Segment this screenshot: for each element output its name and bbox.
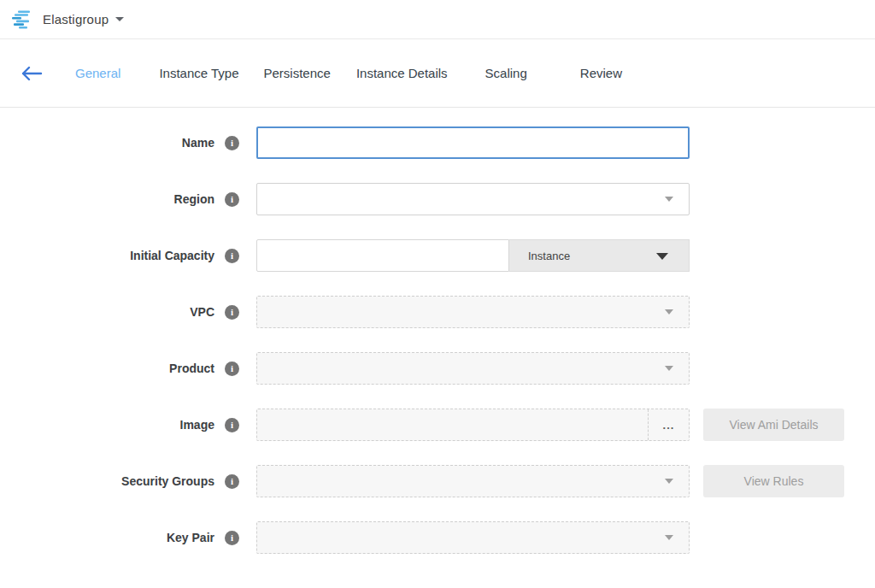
wizard-tabs: General Instance Type Persistence Instan…	[75, 66, 622, 80]
info-icon[interactable]: i	[225, 136, 239, 150]
image-input-disabled: ...	[256, 409, 690, 441]
vpc-label: VPC	[190, 305, 214, 319]
info-icon[interactable]: i	[225, 305, 239, 320]
name-row: Name i	[0, 126, 875, 159]
app-switcher-label[interactable]: Elastigroup	[43, 12, 109, 26]
key-pair-select	[256, 521, 690, 554]
arrow-left-icon	[19, 64, 43, 83]
chevron-down-icon	[665, 479, 673, 484]
key-pair-label: Key Pair	[167, 531, 214, 544]
general-settings-form: Name i Region i Initial Capacity i Inst	[0, 108, 875, 554]
region-select[interactable]	[256, 183, 690, 215]
info-icon[interactable]: i	[225, 249, 239, 263]
image-value	[257, 409, 648, 440]
name-input[interactable]	[256, 126, 690, 159]
elastigroup-logo-icon	[12, 10, 34, 29]
name-label: Name	[182, 136, 214, 150]
info-icon[interactable]: i	[225, 362, 239, 376]
back-button[interactable]	[12, 64, 50, 83]
product-select	[256, 352, 690, 385]
image-browse-button[interactable]: ...	[648, 409, 689, 440]
vpc-row: VPC i	[0, 296, 875, 328]
info-icon[interactable]: i	[225, 531, 239, 545]
chevron-down-icon	[665, 309, 673, 315]
view-ami-details-button[interactable]: View Ami Details	[703, 409, 844, 441]
initial-capacity-row: Initial Capacity i Instance	[0, 239, 875, 272]
chevron-down-icon	[656, 253, 668, 260]
security-groups-row: Security Groups i View Rules	[0, 465, 875, 497]
vpc-select	[256, 296, 690, 328]
info-icon[interactable]: i	[225, 474, 239, 489]
product-label: Product	[169, 362, 214, 375]
key-pair-row: Key Pair i	[0, 521, 875, 554]
region-label: Region	[174, 192, 214, 206]
tab-review[interactable]: Review	[580, 66, 622, 80]
chevron-down-icon	[665, 366, 673, 371]
capacity-unit-select[interactable]: Instance	[509, 239, 690, 272]
tab-general[interactable]: General	[75, 66, 120, 80]
tab-instance-type[interactable]: Instance Type	[159, 66, 238, 80]
region-row: Region i	[0, 183, 875, 215]
tab-instance-details[interactable]: Instance Details	[356, 66, 448, 80]
initial-capacity-input[interactable]	[256, 239, 509, 272]
security-groups-label: Security Groups	[121, 474, 214, 488]
chevron-down-icon	[665, 535, 673, 540]
image-label: Image	[180, 418, 214, 432]
tab-scaling[interactable]: Scaling	[485, 66, 527, 80]
capacity-unit-value: Instance	[528, 250, 570, 262]
tab-persistence[interactable]: Persistence	[264, 66, 331, 80]
product-row: Product i	[0, 352, 875, 385]
image-row: Image i ... View Ami Details	[0, 409, 875, 441]
chevron-down-icon[interactable]	[115, 17, 124, 21]
security-groups-select	[256, 465, 690, 497]
info-icon[interactable]: i	[225, 418, 239, 432]
chevron-down-icon	[665, 197, 673, 202]
top-bar: Elastigroup	[0, 0, 875, 39]
initial-capacity-label: Initial Capacity	[130, 249, 214, 262]
wizard-tab-bar: General Instance Type Persistence Instan…	[0, 39, 875, 108]
info-icon[interactable]: i	[225, 192, 239, 207]
view-rules-button[interactable]: View Rules	[703, 465, 844, 497]
